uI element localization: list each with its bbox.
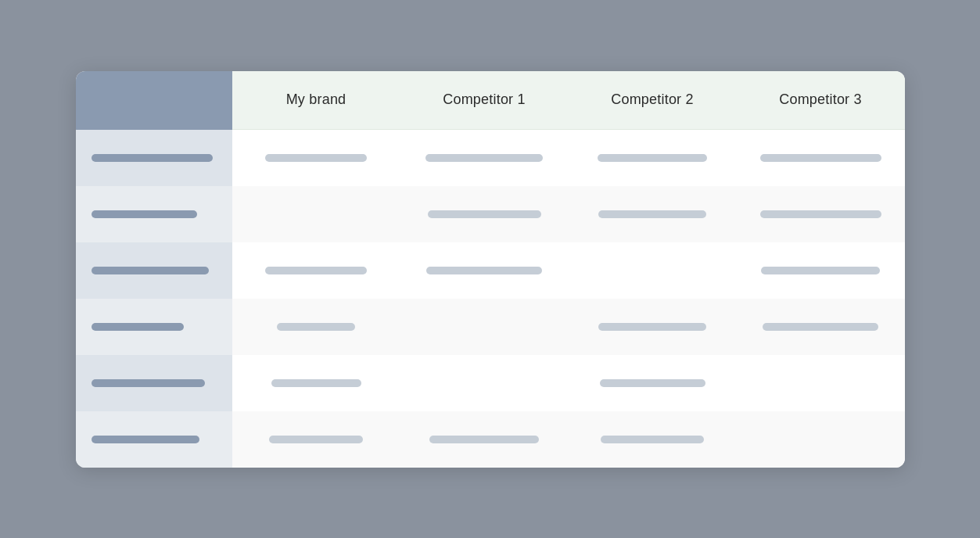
data-bar (428, 210, 541, 218)
comparison-table: My brand Competitor 1 Competitor 2 Compe… (76, 71, 905, 468)
sidebar-row (76, 299, 232, 355)
data-cell (737, 411, 905, 468)
data-cell (232, 186, 400, 242)
data-cell (400, 411, 569, 468)
data-bar (598, 323, 706, 331)
data-bar (426, 267, 542, 274)
data-cell (232, 299, 400, 355)
header-row: My brand Competitor 1 Competitor 2 Compe… (232, 71, 905, 130)
data-cell (232, 242, 400, 299)
data-cell (737, 186, 905, 242)
data-cell (400, 130, 569, 186)
data-bar (429, 436, 539, 443)
sidebar-bar (92, 436, 199, 443)
table-row (232, 355, 905, 411)
table-row (232, 411, 905, 468)
data-cell (400, 242, 569, 299)
header-competitor2: Competitor 2 (569, 71, 737, 129)
data-area: My brand Competitor 1 Competitor 2 Compe… (232, 71, 905, 468)
data-cell (569, 355, 737, 411)
data-bar (425, 154, 543, 162)
data-cell (232, 355, 400, 411)
data-bar (760, 210, 881, 218)
table-wrapper: My brand Competitor 1 Competitor 2 Compe… (76, 71, 905, 468)
data-bar (598, 154, 707, 162)
table-row (232, 242, 905, 299)
data-bar (761, 267, 880, 274)
sidebar-column (76, 71, 232, 468)
sidebar-bar (92, 379, 205, 387)
data-cell (569, 299, 737, 355)
sidebar-row (76, 355, 232, 411)
sidebar-header (76, 71, 232, 130)
data-bar (265, 154, 367, 162)
sidebar-row (76, 130, 232, 186)
data-bar (277, 323, 355, 331)
data-bar (601, 436, 704, 443)
data-cell (569, 411, 737, 468)
data-rows (232, 130, 905, 468)
data-cell (232, 411, 400, 468)
sidebar-row (76, 411, 232, 468)
data-bar (269, 436, 363, 443)
data-bar (265, 267, 367, 274)
data-bar (760, 154, 881, 162)
data-bar (598, 210, 706, 218)
data-cell (737, 130, 905, 186)
table-row (232, 299, 905, 355)
data-bar (271, 379, 361, 387)
data-cell (400, 186, 569, 242)
table-row (232, 186, 905, 242)
sidebar-bar (92, 323, 184, 331)
data-cell (569, 130, 737, 186)
sidebar-bar (92, 267, 209, 274)
data-cell (400, 355, 569, 411)
sidebar-row (76, 242, 232, 299)
header-competitor1: Competitor 1 (400, 71, 569, 129)
header-my-brand: My brand (232, 71, 400, 129)
data-cell (569, 242, 737, 299)
data-cell (737, 299, 905, 355)
data-bar (763, 323, 878, 331)
data-cell (737, 355, 905, 411)
data-cell (232, 130, 400, 186)
header-competitor3: Competitor 3 (737, 71, 905, 129)
data-cell (569, 186, 737, 242)
data-bar (600, 379, 705, 387)
sidebar-bar (92, 154, 213, 162)
table-row (232, 130, 905, 186)
data-cell (737, 242, 905, 299)
sidebar-row (76, 186, 232, 242)
data-cell (400, 299, 569, 355)
sidebar-bar (92, 210, 197, 218)
